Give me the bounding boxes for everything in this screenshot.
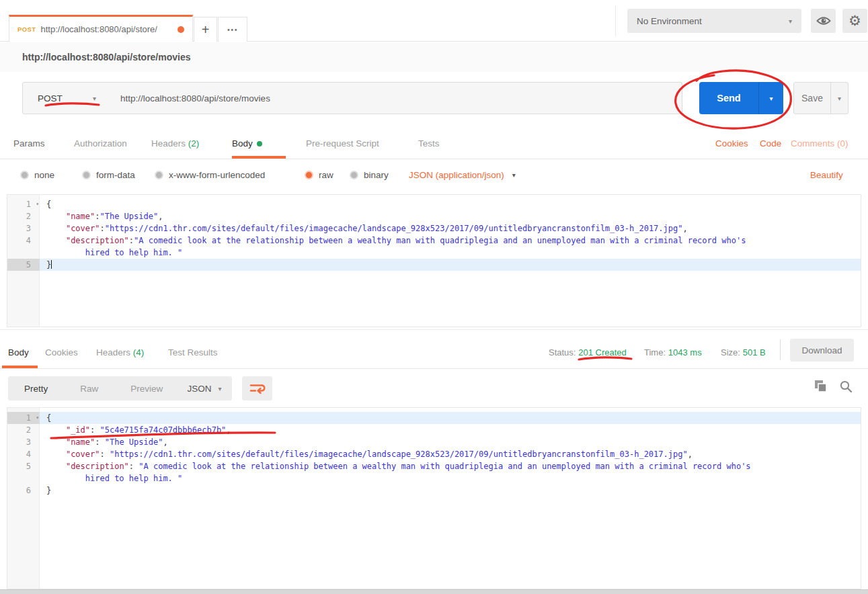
line-number: 4 (7, 235, 40, 247)
code-link[interactable]: Code (760, 138, 781, 148)
request-tab[interactable]: POST http://localhost:8080/api/store/ (9, 15, 193, 42)
radio-icon (155, 171, 163, 179)
send-button[interactable]: Send ▾ (699, 82, 783, 114)
code-line[interactable]: 2 "_id": "5c4e715fa74c07dbbb6ecb7b", (7, 424, 861, 436)
horizontal-scrollbar[interactable] (0, 589, 868, 594)
line-number: 5 (7, 460, 40, 472)
code-line[interactable]: hired to help him. " (7, 472, 861, 484)
cookies-link[interactable]: Cookies (715, 138, 748, 148)
code-line[interactable]: 6} (7, 484, 861, 497)
code-line[interactable]: 5 "description": "A comedic look at the … (7, 460, 861, 472)
view-raw[interactable]: Raw (64, 384, 114, 394)
copy-response-button[interactable] (814, 380, 828, 395)
tab-response-headers[interactable]: Headers (4) (96, 347, 144, 357)
eye-icon (816, 15, 831, 26)
wrap-text-icon (249, 382, 266, 395)
search-icon (839, 380, 853, 393)
code-line[interactable]: 5} (7, 259, 861, 271)
code-line[interactable]: 2 "name":"The Upside", (7, 210, 861, 222)
line-number: 3 (7, 222, 40, 235)
send-options-button[interactable]: ▾ (758, 82, 783, 114)
text-cursor (51, 260, 52, 269)
comments-link[interactable]: Comments (0) (791, 138, 849, 148)
code-line[interactable]: 4 "description":"A comedic look at the r… (7, 235, 861, 247)
code-line[interactable]: 3 "name": "The Upside", (7, 436, 861, 448)
tab-tests[interactable]: Tests (418, 138, 440, 148)
fold-caret-icon[interactable]: ▾ (36, 198, 39, 210)
status-badge: Status: 201 Created (549, 347, 627, 357)
radio-binary[interactable]: binary (350, 170, 389, 180)
wrap-text-button[interactable] (242, 376, 272, 400)
annotation-status-underline (579, 357, 631, 359)
tab-params[interactable]: Params (13, 138, 45, 148)
content-type-selector[interactable]: JSON (application/json) ▾ (409, 170, 516, 180)
url-input[interactable] (107, 82, 682, 114)
tab-modified-dot-icon (177, 26, 184, 33)
download-button[interactable]: Download (790, 339, 854, 362)
line-number: 1▾ (7, 198, 40, 210)
chevron-down-icon: ▾ (789, 17, 792, 25)
tab-headers[interactable]: Headers (2) (151, 138, 199, 148)
tab-pre-request-script[interactable]: Pre-request Script (306, 138, 379, 148)
response-body-editor[interactable]: 1▾{2 "_id": "5c4e715fa74c07dbbb6ecb7b",3… (7, 407, 861, 589)
size-value: 501 B (743, 347, 766, 357)
tab-method-label: POST (17, 26, 36, 33)
headers-count-badge: (2) (188, 138, 200, 148)
line-number: 2 (7, 424, 40, 436)
radio-x-www-form-urlencoded[interactable]: x-www-form-urlencoded (155, 170, 265, 180)
radio-none[interactable]: none (20, 170, 54, 180)
beautify-link[interactable]: Beautify (810, 170, 843, 180)
plus-icon: + (202, 22, 210, 38)
tab-test-results[interactable]: Test Results (168, 347, 218, 357)
status-label: Status: (549, 347, 576, 357)
save-options-button[interactable]: ▾ (830, 83, 848, 114)
tab-body[interactable]: Body (232, 138, 262, 148)
time-badge: Time: 1043 ms (644, 347, 702, 357)
code-line[interactable]: 1▾{ (7, 412, 861, 424)
view-pretty[interactable]: Pretty (8, 384, 64, 394)
chevron-down-icon: ▾ (769, 95, 773, 102)
new-tab-button[interactable]: + (194, 17, 217, 42)
settings-button[interactable]: ⚙ (842, 9, 867, 33)
method-selector[interactable]: POST ▾ (22, 82, 108, 114)
fold-caret-icon[interactable]: ▾ (36, 412, 39, 424)
response-header-divider (0, 368, 868, 369)
search-response-button[interactable] (839, 380, 853, 395)
header-divider (615, 5, 616, 36)
view-preview[interactable]: Preview (114, 384, 179, 394)
chevron-down-icon: ▾ (93, 95, 96, 102)
more-tabs-button[interactable]: ••• (218, 17, 247, 42)
tab-authorization[interactable]: Authorization (74, 138, 127, 148)
radio-selected-icon (305, 171, 313, 179)
code-line[interactable]: 3 "cover":"https://cdn1.thr.com/sites/de… (7, 222, 861, 235)
copy-icon (814, 380, 828, 393)
radio-raw[interactable]: raw (305, 170, 333, 180)
time-label: Time: (644, 347, 666, 357)
line-number: 3 (7, 436, 40, 448)
environment-selector[interactable]: No Environment ▾ (627, 9, 801, 33)
method-label: POST (38, 93, 63, 103)
radio-form-data[interactable]: form-data (82, 170, 135, 180)
send-label: Send (699, 82, 758, 114)
line-number: 2 (7, 210, 40, 222)
code-line[interactable]: 1▾{ (7, 198, 861, 210)
radio-icon (20, 171, 29, 179)
code-line[interactable]: hired to help him. " (7, 247, 861, 259)
tab-response-body[interactable]: Body (8, 347, 29, 357)
line-number (7, 247, 40, 259)
tab-url-label: http://localhost:8080/api/store/ (40, 24, 157, 34)
environment-preview-button[interactable] (811, 9, 836, 33)
code-line[interactable]: 4 "cover": "https://cdn1.thr.com/sites/d… (7, 448, 861, 460)
time-value: 1043 ms (668, 347, 702, 357)
chevron-down-icon: ▾ (512, 171, 516, 179)
radio-icon (82, 171, 91, 179)
tab-response-cookies[interactable]: Cookies (45, 347, 78, 357)
save-button[interactable]: Save ▾ (793, 82, 849, 114)
request-body-editor[interactable]: 1▾{2 "name":"The Upside",3 "cover":"http… (7, 194, 861, 327)
response-headers-count-badge: (4) (133, 347, 145, 357)
response-format-selector[interactable]: JSON ▾ (177, 376, 232, 400)
environment-label: No Environment (637, 16, 702, 26)
chevron-down-icon: ▾ (838, 95, 841, 102)
line-number: 4 (7, 448, 40, 460)
postman-app: POST http://localhost:8080/api/store/ + … (0, 0, 868, 594)
